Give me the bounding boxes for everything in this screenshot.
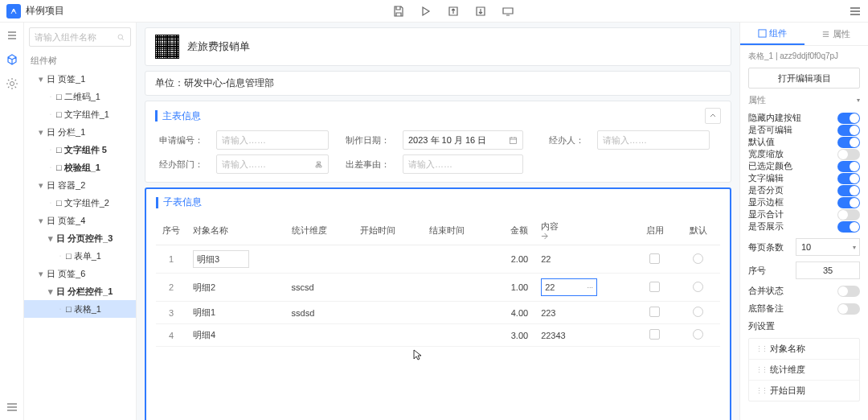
col-header[interactable]: 开始时间: [354, 216, 422, 245]
drag-handle-icon[interactable]: ⋮⋮: [755, 345, 767, 353]
sub-table[interactable]: 序号对象名称统计维度开始时间结束时间金额内容 启用默认 1明细32.00222明…: [156, 216, 720, 347]
prop-toggle-row: 显示合计: [748, 208, 860, 220]
tree-node[interactable]: ○□ 二维码_1: [24, 88, 136, 105]
tree-node[interactable]: ○□ 文字组件 5: [24, 141, 136, 159]
prop-switch[interactable]: [837, 161, 860, 172]
prop-toggle-row: 默认值: [748, 136, 860, 148]
field-dept-input[interactable]: 请输入……: [216, 154, 329, 174]
prop-rows-select[interactable]: 10: [796, 238, 860, 256]
field-no-input[interactable]: 请输入……: [216, 130, 329, 150]
table-row[interactable]: 3明细1ssdsd4.00223: [156, 302, 720, 324]
prop-switch[interactable]: [837, 113, 860, 124]
checkbox[interactable]: [649, 307, 660, 317]
checkbox[interactable]: [649, 329, 660, 340]
table-row[interactable]: 2明细2sscsd1.0022···: [156, 274, 720, 302]
col-header[interactable]: 启用: [633, 216, 677, 245]
prop-merge-switch[interactable]: [837, 286, 860, 297]
edit-project-button[interactable]: 打开编辑项目: [748, 68, 860, 89]
prop-switch[interactable]: [837, 137, 860, 148]
search-icon: [117, 33, 125, 42]
tree-node[interactable]: ○□ 文字组件_2: [24, 194, 136, 212]
qr-code: [155, 35, 179, 59]
prop-merge-row: 合并状态: [748, 285, 860, 297]
prop-toggle-row: 是否可编辑: [748, 124, 860, 136]
prop-switch[interactable]: [837, 185, 860, 196]
prop-toggle-row: 已选定颜色: [748, 160, 860, 172]
form-subtitle: 单位：研发中心-信息管理部: [145, 71, 731, 96]
field-note-input[interactable]: 请输入……: [403, 154, 523, 174]
tree-node[interactable]: ○□ 文字组件_1: [24, 105, 136, 123]
prop-switch[interactable]: [837, 221, 860, 233]
table-row[interactable]: 4明细43.0022343: [156, 324, 720, 347]
col-header[interactable]: 统计维度: [285, 216, 354, 245]
tree-node[interactable]: ▾日 分栏_1: [24, 123, 136, 141]
collapse-button[interactable]: [705, 108, 721, 124]
col-header[interactable]: 序号: [156, 216, 186, 245]
prop-toggle-row: 文字编辑: [748, 172, 860, 184]
radio[interactable]: [693, 282, 703, 292]
form-title: 差旅费报销单: [187, 39, 250, 54]
prop-switch[interactable]: [837, 173, 860, 184]
col-header[interactable]: 结束时间: [423, 216, 491, 245]
drag-handle-icon[interactable]: ⋮⋮: [755, 387, 767, 395]
prop-toggle-row: 宽度缩放: [748, 148, 860, 160]
menu-icon[interactable]: [849, 5, 862, 18]
prop-switch[interactable]: [837, 125, 860, 136]
rail-list-icon[interactable]: [6, 29, 18, 42]
tree-node[interactable]: ▾日 分栏控件_1: [24, 282, 136, 300]
tree-node[interactable]: ▾日 分页控件_3: [24, 229, 136, 247]
field-owner-label: 经办人：: [536, 134, 584, 146]
prop-switch[interactable]: [837, 197, 860, 208]
col-header[interactable]: 对象名称: [186, 216, 285, 245]
tree-node[interactable]: ○□ 表单_1: [24, 247, 136, 265]
checkbox[interactable]: [649, 253, 660, 264]
col-header[interactable]: 金额: [491, 216, 534, 245]
tree-search-input[interactable]: 请输入组件名称: [29, 27, 131, 47]
device-icon[interactable]: [502, 5, 514, 18]
column-list-item[interactable]: ⋮⋮开始日期: [749, 381, 859, 401]
prop-toggle-row: 隐藏内建按钮: [748, 112, 860, 124]
prop-toggle-row: 是否分页: [748, 184, 860, 196]
radio[interactable]: [693, 307, 703, 317]
field-dept-label: 经办部门：: [155, 159, 203, 171]
field-owner-input[interactable]: 请输入……: [597, 130, 710, 150]
tree-node[interactable]: ▾日 页签_6: [24, 265, 136, 282]
column-list-item[interactable]: ⋮⋮对象名称: [749, 339, 859, 360]
col-header[interactable]: 内容: [534, 216, 633, 245]
tab-component[interactable]: 组件: [740, 23, 805, 45]
rail-gear-icon[interactable]: [6, 77, 18, 90]
prop-group[interactable]: 属性▾: [748, 94, 860, 106]
col-header[interactable]: 默认: [677, 216, 720, 245]
export-icon[interactable]: [447, 5, 460, 18]
drag-handle-icon[interactable]: ⋮⋮: [755, 366, 767, 374]
tree-node[interactable]: ○□ 表格_1: [24, 300, 136, 318]
tree-node[interactable]: ○□ 校验组_1: [24, 159, 136, 176]
column-list-item[interactable]: ⋮⋮统计维度: [749, 360, 859, 381]
field-no-label: 申请编号：: [155, 134, 203, 146]
field-note-label: 出差事由：: [342, 159, 390, 171]
rail-cube-icon[interactable]: [6, 53, 18, 66]
tree-node[interactable]: ▾日 页签_1: [24, 70, 136, 88]
tree-node[interactable]: ▾日 容器_2: [24, 176, 136, 194]
preview-icon[interactable]: [420, 5, 432, 18]
radio[interactable]: [693, 253, 703, 264]
prop-seq-label: 序号: [748, 265, 766, 277]
table-row[interactable]: 1明细32.0022: [156, 245, 720, 274]
prop-id: 表格_1 | azz9ddjf0f0q7pJ: [748, 51, 860, 62]
save-icon[interactable]: [392, 5, 405, 18]
prop-rows-label: 每页条数: [748, 241, 784, 253]
checkbox[interactable]: [649, 282, 660, 292]
prop-toggle-row: 显示边框: [748, 196, 860, 208]
prop-switch[interactable]: [837, 149, 860, 160]
prop-seq-input[interactable]: 35: [796, 261, 860, 279]
prop-switch[interactable]: [837, 209, 860, 220]
prop-bottom-switch[interactable]: [837, 303, 860, 315]
import-icon[interactable]: [474, 5, 487, 18]
tree-node[interactable]: ▾日 页签_4: [24, 212, 136, 229]
field-date-input[interactable]: 2023 年 10 月 16 日: [403, 130, 523, 150]
radio[interactable]: [693, 329, 703, 340]
section-main-title: 主表信息: [162, 109, 705, 123]
prop-list-label: 列设置: [748, 320, 860, 332]
rail-menu-icon[interactable]: [6, 401, 18, 414]
tab-attributes[interactable]: 属性: [805, 23, 869, 45]
